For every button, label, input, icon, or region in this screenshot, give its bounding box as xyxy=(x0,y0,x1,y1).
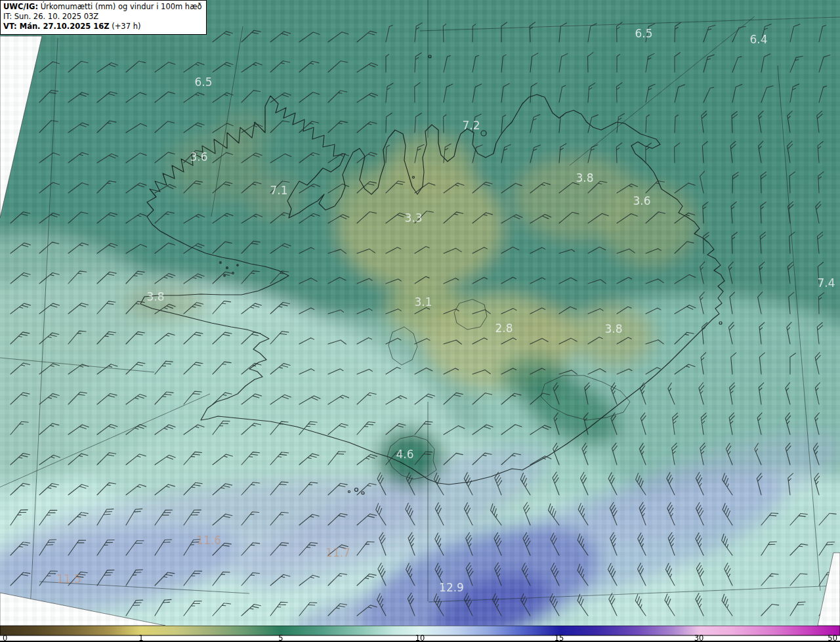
precip-max-label: 7.1 xyxy=(270,184,287,197)
precip-max-label: 3.8 xyxy=(604,322,622,335)
precip-max-label: 11.6 xyxy=(196,534,221,547)
precip-max-label: 2.8 xyxy=(495,322,513,335)
precip-max-label: 6.5 xyxy=(194,75,212,89)
precip-max-label: 3.8 xyxy=(576,171,593,184)
map-title-line: UWC/IG: Úrkomumætti (mm) og vindur i 100… xyxy=(3,2,202,12)
init-time-label: IT: Sun. 26. 10. 2025 03Z xyxy=(3,12,202,22)
map-title-box: UWC/IG: Úrkomumætti (mm) og vindur i 100… xyxy=(0,0,207,35)
precip-max-label: 7.4 xyxy=(817,276,835,289)
precip-blob xyxy=(572,306,654,366)
precip-max-label: 6.5 xyxy=(635,27,652,40)
precip-blob xyxy=(499,354,571,400)
map-title: Úrkomumætti (mm) og vindur i 100m hæð xyxy=(38,2,202,11)
precip-max-label: 3.8 xyxy=(146,290,164,303)
precip-max-label: 12.9 xyxy=(439,581,464,594)
precip-max-label: 3.1 xyxy=(414,295,432,309)
precip-max-label: 7.2 xyxy=(462,119,480,132)
precip-colorbar: 01510153050 xyxy=(0,626,840,642)
precip-max-label: 11.7 xyxy=(326,546,350,559)
precip-max-label: 6.4 xyxy=(749,33,767,46)
weather-map-screenshot: 6.56.56.47.23.67.13.83.63.33.83.12.83.87… xyxy=(0,0,840,642)
precip-max-label: 3.3 xyxy=(404,211,422,225)
weather-map: 6.56.56.47.23.67.13.83.63.33.83.12.83.87… xyxy=(0,0,840,626)
precip-max-label: 3.6 xyxy=(633,194,650,207)
precip-max-label: 4.6 xyxy=(396,448,413,461)
precip-blob xyxy=(331,171,404,223)
precip-field xyxy=(0,0,840,626)
model-id: UWC/IG: xyxy=(3,2,38,11)
precip-max-label: 3.6 xyxy=(190,150,207,163)
valid-time-label: VT: Mán. 27.10.2025 16Z (+37 h) xyxy=(3,22,202,32)
precip-max-label: 11.5 xyxy=(56,572,81,586)
